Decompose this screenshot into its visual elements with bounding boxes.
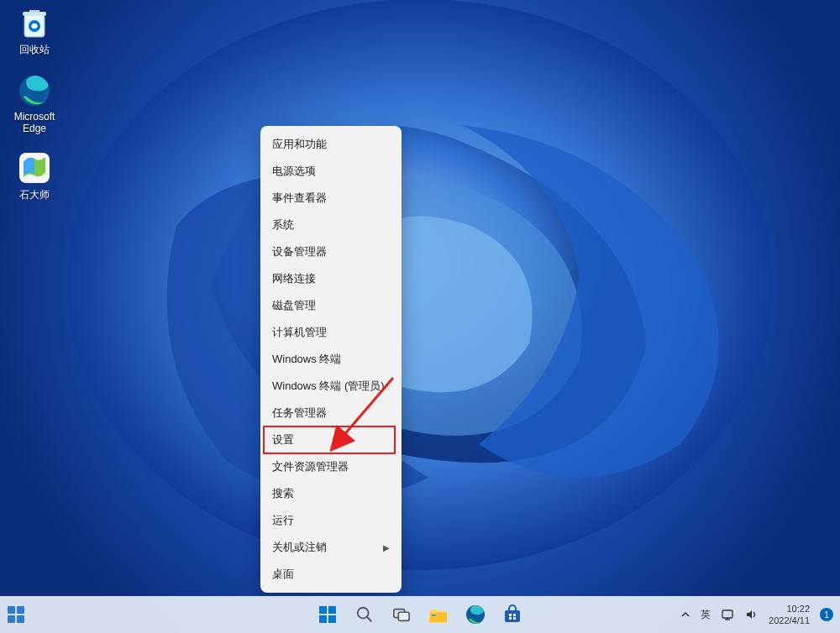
svg-rect-13 bbox=[319, 615, 327, 623]
network-icon bbox=[721, 608, 734, 621]
menu-item-system[interactable]: 系统 bbox=[260, 212, 402, 238]
network-tray-icon[interactable] bbox=[717, 596, 738, 633]
wallpaper-bloom bbox=[42, 0, 798, 578]
svg-rect-8 bbox=[17, 606, 24, 614]
svg-rect-18 bbox=[398, 612, 409, 620]
desktop-icon-label: 回收站 bbox=[19, 43, 50, 57]
svg-point-0 bbox=[67, 0, 773, 570]
menu-item-apps-features[interactable]: 应用和功能 bbox=[260, 131, 402, 158]
start-button[interactable] bbox=[312, 599, 344, 630]
chevron-right-icon: ▶ bbox=[383, 543, 390, 552]
sound-tray-icon[interactable] bbox=[740, 596, 762, 633]
store-icon bbox=[502, 604, 522, 625]
file-explorer-button[interactable] bbox=[423, 599, 454, 630]
svg-rect-26 bbox=[513, 617, 516, 620]
menu-item-desktop[interactable]: 桌面 bbox=[260, 561, 402, 588]
menu-item-windows-terminal-admin[interactable]: Windows 终端 (管理员) bbox=[260, 373, 402, 400]
widgets-button[interactable] bbox=[5, 604, 27, 625]
clock-date: 2022/4/11 bbox=[769, 615, 810, 626]
menu-item-search[interactable]: 搜索 bbox=[260, 480, 402, 507]
shidashi-icon bbox=[16, 149, 53, 186]
clock-time: 10:22 bbox=[786, 603, 810, 615]
svg-rect-22 bbox=[505, 610, 520, 622]
ime-indicator[interactable]: 英 bbox=[696, 596, 715, 633]
menu-item-shutdown-signout[interactable]: 关机或注销▶ bbox=[260, 534, 402, 561]
menu-item-windows-terminal[interactable]: Windows 终端 bbox=[260, 346, 402, 373]
windows-logo-icon bbox=[318, 604, 338, 625]
menu-item-event-viewer[interactable]: 事件查看器 bbox=[260, 185, 402, 212]
taskbar-clock[interactable]: 10:22 2022/4/11 bbox=[764, 596, 815, 633]
folder-icon bbox=[428, 604, 449, 625]
svg-rect-10 bbox=[17, 615, 24, 623]
task-view-button[interactable] bbox=[386, 599, 417, 630]
menu-item-task-manager[interactable]: 任务管理器 bbox=[260, 400, 402, 426]
menu-item-computer-management[interactable]: 计算机管理 bbox=[260, 319, 402, 346]
svg-rect-12 bbox=[328, 606, 336, 614]
svg-rect-14 bbox=[328, 615, 336, 623]
svg-point-15 bbox=[358, 608, 369, 619]
menu-item-settings[interactable]: 设置 bbox=[260, 426, 402, 453]
tray-overflow-button[interactable] bbox=[676, 596, 695, 633]
svg-rect-27 bbox=[722, 610, 732, 618]
search-button[interactable] bbox=[349, 599, 381, 630]
svg-rect-7 bbox=[8, 606, 15, 614]
menu-item-device-manager[interactable]: 设备管理器 bbox=[260, 238, 402, 265]
desktop-icon-shidashi[interactable]: 石大师 bbox=[4, 149, 65, 202]
svg-rect-20 bbox=[432, 615, 436, 616]
taskview-icon bbox=[392, 605, 411, 624]
menu-item-network-connections[interactable]: 网络连接 bbox=[260, 265, 402, 292]
svg-rect-9 bbox=[8, 615, 15, 623]
search-icon bbox=[355, 605, 374, 624]
menu-item-file-explorer[interactable]: 文件资源管理器 bbox=[260, 453, 402, 480]
edge-icon bbox=[16, 72, 53, 109]
menu-item-run[interactable]: 运行 bbox=[260, 507, 402, 534]
desktop-icon-recycle-bin[interactable]: 回收站 bbox=[4, 4, 65, 57]
desktop-icon-edge[interactable]: Microsoft Edge bbox=[4, 72, 65, 134]
notification-badge[interactable]: 1 bbox=[820, 608, 833, 621]
store-button[interactable] bbox=[496, 599, 528, 630]
edge-icon bbox=[465, 604, 486, 625]
menu-item-power-options[interactable]: 电源选项 bbox=[260, 158, 402, 185]
svg-line-16 bbox=[367, 617, 372, 622]
svg-rect-24 bbox=[513, 614, 516, 616]
svg-rect-11 bbox=[319, 606, 327, 614]
edge-button[interactable] bbox=[459, 599, 491, 630]
chevron-up-icon bbox=[680, 609, 690, 620]
desktop-icon-label: 石大师 bbox=[19, 188, 50, 202]
start-context-menu: 应用和功能 电源选项 事件查看器 系统 设备管理器 网络连接 磁盘管理 计算机管… bbox=[260, 126, 402, 593]
svg-rect-25 bbox=[509, 617, 512, 620]
desktop-wallpaper[interactable] bbox=[0, 0, 840, 633]
recycle-bin-icon bbox=[16, 4, 53, 41]
taskbar: 英 10:22 2022/4/11 1 bbox=[0, 596, 840, 633]
menu-item-disk-management[interactable]: 磁盘管理 bbox=[260, 292, 402, 319]
desktop-icon-label: Microsoft Edge bbox=[4, 111, 65, 134]
svg-rect-23 bbox=[509, 614, 512, 616]
sound-icon bbox=[744, 608, 758, 621]
svg-rect-19 bbox=[430, 613, 447, 622]
